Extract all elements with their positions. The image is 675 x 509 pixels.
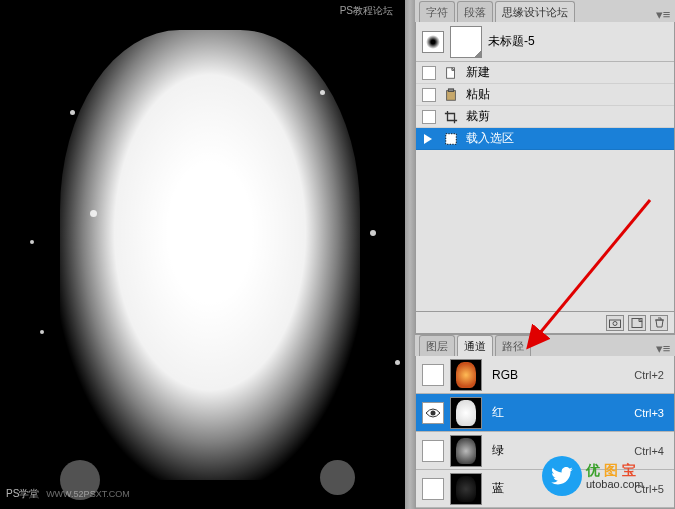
channel-thumb (450, 435, 482, 467)
crop-icon (442, 109, 460, 125)
tab-channels[interactable]: 通道 (457, 335, 493, 356)
panel-menu-icon[interactable]: ▾≡ (655, 7, 671, 22)
tab-paths[interactable]: 路径 (495, 335, 531, 356)
new-state-icon[interactable] (628, 315, 646, 331)
top-panel-tabs: 字符 段落 思缘设计论坛 ▾≡ (415, 0, 675, 22)
brush-icon (422, 31, 444, 53)
image-content (60, 30, 360, 480)
channels-panel-tabs: 图层 通道 路径 ▾≡ (415, 334, 675, 356)
channels-menu-icon[interactable]: ▾≡ (655, 341, 671, 356)
history-item-load-selection[interactable]: 载入选区 (416, 128, 674, 150)
doc-thumb (450, 26, 482, 58)
visibility-toggle[interactable] (422, 478, 444, 500)
document-state-row[interactable]: 未标题-5 (416, 22, 674, 62)
history-item-paste[interactable]: 粘贴 (416, 84, 674, 106)
watermark-bottom: PS学堂 WWW.52PSXT.COM (6, 487, 130, 501)
channel-thumb (450, 359, 482, 391)
channel-thumb (450, 397, 482, 429)
visibility-toggle[interactable] (422, 402, 444, 424)
paste-icon (442, 87, 460, 103)
bird-icon (542, 456, 582, 496)
history-current-marker (422, 132, 436, 146)
snapshot-icon[interactable] (606, 315, 624, 331)
history-panel: 未标题-5 新建 粘贴 (415, 22, 675, 334)
divider (405, 0, 415, 509)
document-title: 未标题-5 (488, 33, 535, 50)
watermark-top: PS教程论坛 (340, 4, 393, 18)
tab-character[interactable]: 字符 (419, 1, 455, 22)
svg-rect-2 (448, 88, 453, 91)
trash-icon[interactable] (650, 315, 668, 331)
channel-rgb[interactable]: RGB Ctrl+2 (416, 356, 674, 394)
svg-point-5 (613, 321, 617, 325)
channel-red[interactable]: 红 Ctrl+3 (416, 394, 674, 432)
history-panel-footer (416, 311, 674, 333)
tab-paragraph[interactable]: 段落 (457, 1, 493, 22)
brand-watermark: 优图宝 utobao.com (542, 453, 667, 499)
history-item-crop[interactable]: 裁剪 (416, 106, 674, 128)
eye-icon (425, 407, 441, 419)
selection-icon (442, 131, 460, 147)
history-item-new[interactable]: 新建 (416, 62, 674, 84)
visibility-toggle[interactable] (422, 364, 444, 386)
svg-rect-3 (446, 133, 457, 144)
new-icon (442, 65, 460, 81)
svg-rect-1 (447, 90, 456, 100)
svg-point-7 (431, 410, 436, 415)
tab-layers[interactable]: 图层 (419, 335, 455, 356)
visibility-toggle[interactable] (422, 440, 444, 462)
canvas-area[interactable]: PS教程论坛 PS学堂 WWW.52PSXT.COM (0, 0, 405, 509)
channel-thumb (450, 473, 482, 505)
tab-forum[interactable]: 思缘设计论坛 (495, 1, 575, 22)
